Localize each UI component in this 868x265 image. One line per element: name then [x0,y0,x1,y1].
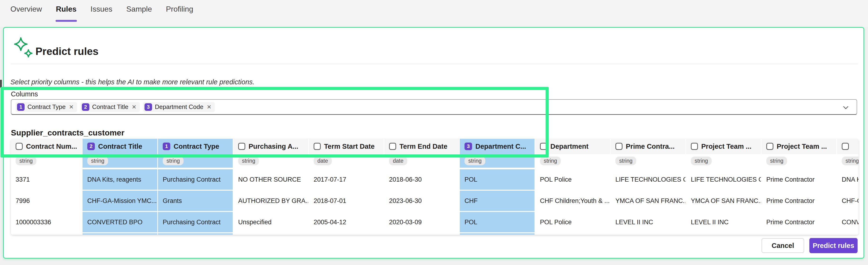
table-cell: CHF Children;Youth & ... [534,191,610,211]
column-header-label: Project Team ... [777,142,827,150]
tab-sample[interactable]: Sample [126,4,153,21]
column-checkbox[interactable] [691,143,698,150]
column-type-badge: string [540,157,561,165]
column-checkbox[interactable] [238,143,245,150]
column-type-cell: string [11,154,82,168]
column-header[interactable]: Term End Date [383,139,459,154]
column-header[interactable]: 2Contract Title [82,139,157,154]
table-cell: DNA K [836,169,859,190]
remove-chip-icon[interactable]: ✕ [69,104,73,110]
table-cell: CHF-G [836,191,859,211]
table-cell: Purchasing Contract [157,169,233,190]
table-cell: POL Police [534,169,610,190]
column-header[interactable]: Contract Num... [11,139,82,154]
table-cell: NO OTHER SOURCE [233,169,308,190]
column-type-cell: string [534,154,610,168]
column-header[interactable]: Purchasing A... [233,139,308,154]
tab-overview[interactable]: Overview [10,4,42,21]
table-row: 1000003336CONVERTED BPOPurchasing Contra… [11,212,859,233]
remove-chip-icon[interactable]: ✕ [132,104,136,110]
footer-actions: Cancel Predict rules [762,238,858,253]
table-cell: CHF-GA-Mission YMC... [82,191,157,211]
remove-chip-icon[interactable]: ✕ [207,104,212,110]
table-cell: 7996 [11,191,82,211]
column-header[interactable]: Prime Contra... [610,139,685,154]
table-cell-clipped [836,233,859,235]
table-cell: LEVEL II INC [685,212,761,232]
column-header[interactable]: Department [534,139,610,154]
column-type-cell: string [157,154,233,168]
chevron-down-icon[interactable] [842,104,849,112]
column-header[interactable]: Project Team ... [761,139,836,154]
table-cell: POL Police [534,212,610,232]
priority-badge: 1 [17,103,25,111]
column-type-badge: string [87,157,108,165]
table-cell: Grants [157,191,233,211]
column-type-badge: date [314,157,332,165]
header-divider [11,64,858,64]
column-header-label: Purchasing A... [249,142,298,150]
chip-label: Contract Title [92,103,128,111]
selected-column-chip[interactable]: 3Department Code✕ [143,102,215,112]
table-cell: CONV [836,212,859,232]
column-type-cell: string [761,154,836,168]
table-cell-clipped [685,233,761,235]
table-cell: DNA Kits, reagents [82,169,157,190]
column-type-cell: string [82,154,157,168]
column-header-label: Term End Date [400,142,447,150]
column-header[interactable]: Project Team ... [685,139,761,154]
column-header[interactable]: 3Department C... [459,139,534,154]
column-header-label: Contract Title [98,142,142,150]
table-cell: AUTHORIZED BY GRA... [233,191,308,211]
table-cell: 1000003336 [11,212,82,232]
table-type-row: stringstringstringstringdatedatestringst… [11,154,859,169]
column-type-badge: string [691,157,712,165]
column-checkbox[interactable] [540,143,547,150]
column-header-label: Department C... [475,142,526,150]
column-header[interactable]: 1Contract Type [157,139,233,154]
column-checkbox[interactable] [615,143,622,150]
table-title: Supplier_contracts_customer [11,128,124,137]
column-type-badge: date [389,157,407,165]
table-cell: Prime Contractor [761,169,836,190]
columns-multiselect[interactable]: 1Contract Type✕2Contract Title✕3Departme… [11,99,857,115]
column-checkbox[interactable] [842,143,849,150]
tab-profiling[interactable]: Profiling [165,4,194,21]
table-cell: 2023-06-30 [383,191,459,211]
table-cell: 2020-03-09 [383,212,459,232]
column-checkbox[interactable] [766,143,773,150]
column-header[interactable]: Term Start Date [308,139,383,154]
table-cell: 3371 [11,169,82,190]
column-header-label: Contract Type [174,142,219,150]
selected-column-chip[interactable]: 2Contract Title✕ [81,102,140,112]
priority-badge: 2 [82,103,89,111]
table-cell: YMCA OF SAN FRANC... [685,191,761,211]
table-cell: POL [459,169,534,190]
column-checkbox[interactable] [314,143,321,150]
column-type-cell: date [308,154,383,168]
selected-column-chip[interactable]: 1Contract Type✕ [16,102,77,112]
table-cell: CHF [459,191,534,211]
table-cell: Prime Contractor [761,191,836,211]
table-header-row: Contract Num...2Contract Title1Contract … [11,139,859,154]
table-row-clipped [11,233,859,235]
column-header[interactable] [836,139,859,154]
table-cell: Purchasing Contract [157,212,233,232]
column-header-label: Department [550,142,588,150]
left-edge-artifact [0,80,2,88]
predict-rules-button[interactable]: Predict rules [809,238,858,253]
predict-rules-panel: Predict rules Select priority columns - … [3,27,864,259]
priority-badge: 3 [465,142,472,150]
table-cell: 2018-07-01 [308,191,383,211]
tab-rules[interactable]: Rules [55,4,77,21]
tab-issues[interactable]: Issues [90,4,113,21]
table-cell: 2005-04-12 [308,212,383,232]
column-checkbox[interactable] [389,143,396,150]
chip-label: Department Code [155,103,204,111]
cancel-button[interactable]: Cancel [762,238,804,253]
sparkles-icon [14,37,34,59]
column-checkbox[interactable] [16,143,23,150]
column-header-label: Project Team ... [701,142,751,150]
table-row: 7996CHF-GA-Mission YMC...GrantsAUTHORIZE… [11,191,859,212]
preview-table: Contract Num...2Contract Title1Contract … [11,139,859,235]
